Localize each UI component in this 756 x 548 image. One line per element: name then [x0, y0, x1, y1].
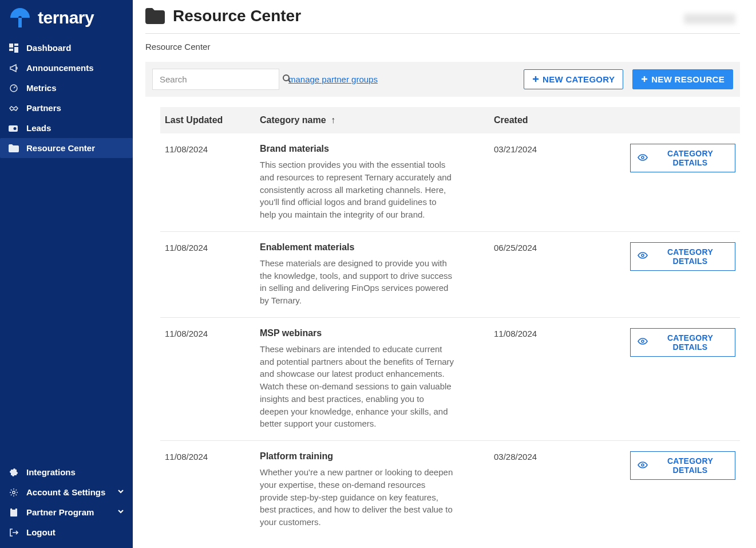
- button-label: CATEGORY DETAILS: [652, 333, 728, 352]
- categories-table: Last Updated Category name ↑ Created 11/…: [160, 107, 740, 539]
- svg-point-8: [13, 491, 15, 493]
- sidebar-item-partners[interactable]: Partners: [0, 98, 133, 118]
- cell-category: Platform training Whether you're a new p…: [260, 451, 494, 529]
- sidebar-item-label: Partner Program: [26, 507, 94, 517]
- folder-icon: [145, 8, 165, 24]
- svg-rect-3: [9, 49, 13, 51]
- svg-point-13: [642, 254, 644, 257]
- sidebar-item-label: Dashboard: [26, 43, 71, 53]
- logo-icon: [10, 8, 32, 27]
- breadcrumb: Resource Center: [145, 42, 740, 52]
- cell-last-updated: 11/08/2024: [160, 242, 260, 307]
- gear-icon: [8, 488, 19, 497]
- th-category-name[interactable]: Category name ↑: [260, 115, 494, 125]
- th-created[interactable]: Created: [494, 115, 630, 125]
- sort-asc-icon: ↑: [331, 115, 335, 125]
- category-name: Enablement materials: [260, 242, 482, 253]
- th-actions: [630, 115, 740, 125]
- cell-last-updated: 11/08/2024: [160, 328, 260, 430]
- th-label: Category name: [260, 115, 326, 125]
- category-details-button[interactable]: CATEGORY DETAILS: [630, 451, 735, 480]
- sidebar-item-partner-program[interactable]: Partner Program: [0, 502, 133, 522]
- search-input[interactable]: [153, 69, 275, 89]
- sidebar-item-announcements[interactable]: Announcements: [0, 58, 133, 78]
- sidebar-item-label: Logout: [26, 527, 56, 537]
- sidebar: ternary Dashboard Announcements Metrics …: [0, 0, 133, 548]
- table-row: 11/08/2024 MSP webinars These webinars a…: [160, 318, 740, 441]
- handshake-icon: [8, 104, 19, 113]
- logo: ternary: [0, 0, 133, 38]
- new-category-button[interactable]: NEW CATEGORY: [524, 69, 623, 89]
- category-details-button[interactable]: CATEGORY DETAILS: [630, 242, 735, 271]
- svg-point-7: [14, 127, 17, 130]
- sidebar-item-label: Partners: [26, 103, 61, 113]
- nav-bottom: Integrations Account & Settings Partner …: [0, 462, 133, 548]
- button-label: NEW CATEGORY: [543, 74, 615, 84]
- sidebar-item-label: Resource Center: [26, 143, 95, 153]
- camera-icon: [8, 124, 19, 132]
- category-description: These materials are designed to provide …: [260, 257, 454, 307]
- sidebar-item-dashboard[interactable]: Dashboard: [0, 38, 133, 58]
- svg-point-14: [642, 340, 644, 342]
- eye-icon: [638, 251, 648, 261]
- cell-action: CATEGORY DETAILS: [630, 144, 740, 221]
- cell-action: CATEGORY DETAILS: [630, 242, 740, 307]
- logout-icon: [8, 528, 19, 537]
- table-header: Last Updated Category name ↑ Created: [160, 107, 740, 133]
- button-label: CATEGORY DETAILS: [652, 247, 728, 266]
- cell-category: Enablement materials These materials are…: [260, 242, 494, 307]
- sidebar-item-resource-center[interactable]: Resource Center: [0, 138, 133, 158]
- search-wrap: [152, 69, 279, 90]
- sidebar-item-integrations[interactable]: Integrations: [0, 462, 133, 482]
- gauge-icon: [8, 84, 19, 93]
- new-resource-button[interactable]: NEW RESOURCE: [632, 69, 733, 89]
- manage-partner-groups-link[interactable]: manage partner groups: [288, 74, 378, 84]
- logo-text: ternary: [38, 8, 94, 27]
- svg-point-12: [642, 156, 644, 159]
- cell-action: CATEGORY DETAILS: [630, 451, 740, 529]
- svg-rect-10: [12, 508, 15, 510]
- eye-icon: [638, 153, 648, 163]
- nav-top: Dashboard Announcements Metrics Partners…: [0, 38, 133, 462]
- main: Resource Center Resource Center manage p…: [133, 0, 756, 548]
- toolbar: manage partner groups NEW CATEGORY NEW R…: [145, 62, 740, 97]
- sidebar-item-logout[interactable]: Logout: [0, 522, 133, 542]
- category-details-button[interactable]: CATEGORY DETAILS: [630, 144, 735, 172]
- svg-rect-2: [14, 44, 18, 46]
- cell-created: 06/25/2024: [494, 242, 630, 307]
- folder-icon: [8, 144, 19, 152]
- dashboard-icon: [8, 44, 19, 53]
- puzzle-icon: [8, 468, 19, 477]
- chevron-down-icon: [117, 487, 125, 497]
- svg-rect-9: [10, 508, 17, 517]
- category-name: Brand materials: [260, 144, 482, 154]
- sidebar-item-leads[interactable]: Leads: [0, 118, 133, 138]
- cell-created: 03/21/2024: [494, 144, 630, 221]
- category-name: MSP webinars: [260, 328, 482, 338]
- sidebar-item-account-settings[interactable]: Account & Settings: [0, 482, 133, 502]
- sidebar-item-label: Integrations: [26, 467, 76, 477]
- svg-rect-1: [9, 44, 13, 48]
- sidebar-item-metrics[interactable]: Metrics: [0, 78, 133, 98]
- th-last-updated[interactable]: Last Updated: [160, 115, 260, 125]
- page-title: Resource Center: [173, 7, 301, 25]
- sidebar-item-label: Account & Settings: [26, 487, 105, 497]
- sidebar-item-label: Metrics: [26, 83, 57, 93]
- button-label: NEW RESOURCE: [651, 74, 725, 84]
- table-row: 11/08/2024 Platform training Whether you…: [160, 441, 740, 539]
- cell-category: Brand materials This section provides yo…: [260, 144, 494, 221]
- chevron-down-icon: [117, 507, 125, 517]
- table-row: 11/08/2024 Enablement materials These ma…: [160, 232, 740, 318]
- category-name: Platform training: [260, 451, 482, 462]
- cell-action: CATEGORY DETAILS: [630, 328, 740, 430]
- cell-created: 11/08/2024: [494, 328, 630, 430]
- sidebar-item-label: Leads: [26, 123, 51, 133]
- svg-rect-0: [18, 18, 22, 27]
- table-row: 11/08/2024 Brand materials This section …: [160, 133, 740, 232]
- cell-last-updated: 11/08/2024: [160, 144, 260, 221]
- cell-category: MSP webinars These webinars are intended…: [260, 328, 494, 430]
- button-label: CATEGORY DETAILS: [652, 149, 728, 167]
- cell-created: 03/28/2024: [494, 451, 630, 529]
- svg-rect-6: [9, 125, 18, 132]
- category-details-button[interactable]: CATEGORY DETAILS: [630, 328, 735, 357]
